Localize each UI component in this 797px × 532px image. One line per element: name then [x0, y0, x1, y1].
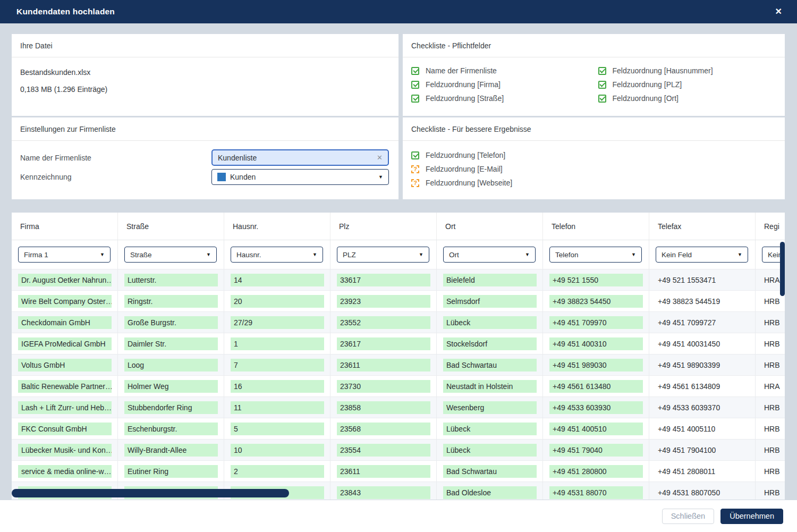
table-cell: 1 — [224, 333, 330, 354]
table-cell: Lübecker Musik- und Kon… — [12, 440, 118, 460]
unmapped-cell-value: +49 451 7099727 — [656, 318, 716, 327]
table-cell: Voltus GmbH — [12, 354, 118, 375]
table-cell: +49 451 7904100 — [649, 440, 756, 460]
tag-select[interactable]: Kunden ▼ — [211, 169, 389, 185]
chevron-down-icon: ▼ — [737, 252, 742, 257]
unmapped-cell-value: +49 451 4005110 — [656, 425, 715, 433]
mapped-cell-value: +49 451 400510 — [549, 423, 643, 435]
mapping-value: Straße — [130, 251, 152, 259]
checklist-status-icon — [411, 165, 419, 173]
table-cell: HRB — [756, 312, 785, 333]
table-cell: 23568 — [330, 418, 437, 439]
checklist-status-icon — [598, 95, 606, 103]
mapped-cell-value: 27/29 — [231, 316, 324, 329]
mapped-cell-value: Neustadt in Holstein — [443, 380, 537, 393]
unmapped-cell-value: HRA — [762, 382, 780, 391]
list-name-input[interactable]: Kundenliste ✕ — [211, 149, 389, 166]
checklist-item: Feldzuordnung [E-Mail] — [411, 162, 785, 176]
mapped-cell-value: Bad Schwartau — [443, 359, 537, 371]
v-scrollbar[interactable] — [780, 242, 785, 296]
mapped-cell-value: 23730 — [337, 380, 430, 393]
checklist-status-icon — [411, 151, 419, 159]
table-cell: 5 — [224, 418, 330, 439]
chevron-down-icon: ▼ — [312, 252, 317, 257]
column-mapping-select[interactable]: Ort ▼ — [443, 247, 536, 263]
checklist-item: Feldzuordnung [Firma] — [411, 80, 598, 89]
table-cell: Loog — [118, 354, 224, 375]
mapped-cell-value: 23858 — [337, 401, 430, 414]
checklist-item: Name der Firmenliste — [411, 66, 598, 75]
table-cell: +49 451 40031450 — [649, 333, 756, 354]
table-cell: +49 451 989030 — [543, 354, 649, 375]
list-name-row: Name der Firmenliste Kundenliste ✕ — [20, 149, 390, 166]
table-row: Checkdomain GmbH Große Burgstr. 27/29 23… — [12, 311, 785, 333]
unmapped-cell-value: HRB — [762, 361, 780, 369]
table-cell: +49 521 1550 — [543, 269, 649, 290]
close-icon[interactable]: ✕ — [775, 7, 782, 16]
mapped-cell-value: Baltic Renewable Partner… — [18, 380, 112, 393]
mapped-cell-value: 10 — [231, 444, 324, 457]
checklist-item-label: Feldzuordnung [Firma] — [426, 80, 501, 89]
color-swatch — [217, 173, 226, 181]
file-info: Bestandskunden.xlsx 0,183 MB (1.296 Eint… — [12, 57, 398, 104]
table-cell: Neustadt in Holstein — [437, 376, 543, 396]
mapped-cell-value: Bad Schwartau — [443, 465, 537, 478]
mapped-cell-value: 14 — [231, 274, 324, 286]
mapped-cell-value: 5 — [231, 423, 324, 435]
table-cell: 2 — [224, 461, 330, 482]
column-mapping-select[interactable]: Straße ▼ — [124, 247, 217, 263]
upload-dialog: Kundendaten hochladen ✕ Ihre Datei Besta… — [0, 0, 797, 532]
table-cell: Große Burgstr. — [118, 312, 224, 333]
chevron-down-icon: ▼ — [419, 252, 423, 257]
mapped-cell-value: Bad Oldesloe — [443, 486, 537, 499]
optional-checklist-title: Checkliste - Für bessere Ergebnisse — [403, 117, 785, 141]
table-row: IGEFA ProMedical GmbH Daimler Str. 1 236… — [12, 333, 785, 354]
table-cell: +49 451 4005110 — [649, 418, 756, 439]
unmapped-cell-value: +49 4533 6039370 — [656, 403, 720, 412]
close-button[interactable]: Schließen — [662, 509, 714, 524]
mapped-cell-value: Eschenburgstr. — [124, 423, 218, 435]
column-header: Telefax — [649, 213, 756, 240]
mapped-cell-value: Große Burgstr. — [124, 316, 218, 329]
table-cell: Lübeck — [437, 312, 543, 333]
mapped-cell-value: Willy-Brandt-Allee — [124, 444, 218, 457]
clear-icon[interactable]: ✕ — [377, 154, 383, 162]
required-checklist-title: Checkliste - Pflichtfelder — [403, 34, 785, 57]
mapped-cell-value: 23554 — [337, 444, 430, 457]
mapped-cell-value: Lübeck — [443, 423, 537, 435]
table-cell: 16 — [224, 376, 330, 396]
checklist-item-label: Feldzuordnung [Straße] — [426, 94, 504, 103]
mapped-cell-value: 23611 — [337, 465, 430, 478]
column-mapping-select[interactable]: Firma 1 ▼ — [18, 247, 111, 263]
mapped-cell-value: +49 451 989030 — [549, 359, 643, 371]
table-cell: 20 — [224, 291, 330, 311]
mapping-value: Hausnr. — [236, 251, 261, 259]
column-header: Ort — [437, 213, 543, 240]
column-mapping-select[interactable]: Kein Feld ▼ — [656, 247, 748, 263]
unmapped-cell-value: HRB — [762, 340, 780, 348]
column-mapping-select[interactable]: Telefon ▼ — [549, 247, 642, 263]
table-row: Wire Belt Company Oster… Ringstr. 20 239… — [12, 290, 785, 311]
column-header: Straße — [118, 213, 224, 240]
table-cell: 27/29 — [224, 312, 330, 333]
column-mapping-select[interactable]: Hausnr. ▼ — [231, 247, 323, 263]
table-cell: 23843 — [330, 482, 437, 500]
mapped-cell-value: 23611 — [337, 359, 430, 371]
column-mapping-cell: Straße ▼ — [118, 240, 224, 269]
apply-button[interactable]: Übernehmen — [720, 509, 783, 524]
table-header-row: Firma Straße Hausnr. Plz Ort Telefon Tel… — [12, 213, 785, 240]
mapped-cell-value: +49 4533 603930 — [549, 401, 643, 414]
table-cell: HRA — [756, 376, 785, 396]
h-scrollbar[interactable] — [12, 489, 289, 497]
mapped-cell-value: Wesenberg — [443, 401, 537, 414]
table-cell: Wire Belt Company Oster… — [12, 291, 118, 311]
column-mapping-select[interactable]: PLZ ▼ — [337, 247, 429, 263]
table-cell: +49 451 7099727 — [649, 312, 756, 333]
unmapped-cell-value: HRB — [762, 446, 780, 454]
column-mapping-cell: Ort ▼ — [437, 240, 543, 269]
table-cell: Daimler Str. — [118, 333, 224, 354]
table-cell: +49 451 400310 — [543, 333, 649, 354]
chevron-down-icon: ▼ — [378, 174, 383, 180]
file-name: Bestandskunden.xlsx — [20, 68, 390, 77]
column-header: Telefon — [543, 213, 649, 240]
